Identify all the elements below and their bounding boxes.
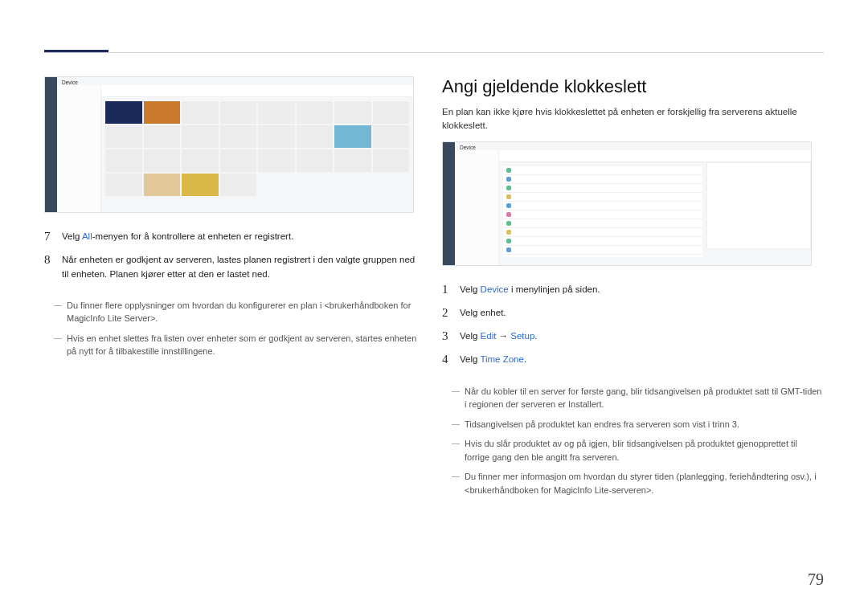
note-text: Hvis en enhet slettes fra listen over en… <box>67 332 418 358</box>
note-item: Hvis en enhet slettes fra listen over en… <box>44 329 418 362</box>
text-fragment: Velg <box>460 284 481 294</box>
screenshot-topbar <box>57 85 413 97</box>
step-4: 4 Velg Time Zone. <box>442 348 824 371</box>
section-intro: En plan kan ikke kjøre hvis klokkeslette… <box>442 105 824 133</box>
step-text: Når enheten er godkjent av serveren, las… <box>62 253 418 281</box>
arrow-icon: → <box>496 331 510 341</box>
text-fragment: Velg <box>460 331 481 341</box>
step-number: 2 <box>442 306 460 320</box>
screenshot-topbar <box>455 150 811 162</box>
step-7: 7 Velg All-menyen for å kontrollere at e… <box>44 225 418 248</box>
right-notes: Når du kobler til en server for første g… <box>442 382 824 501</box>
step-1: 1 Velg Device i menylinjen på siden. <box>442 278 824 301</box>
text-fragment: . <box>524 354 526 364</box>
right-steps: 1 Velg Device i menylinjen på siden. 2 V… <box>442 278 824 372</box>
text-fragment: i menylinjen på siden. <box>509 284 600 294</box>
note-text: Du finner mer informasjon om hvordan du … <box>465 470 824 497</box>
left-notes: Du finner flere opplysninger om hvordan … <box>44 296 418 362</box>
link-timezone: Time Zone <box>480 354 524 364</box>
screenshot-title: Device <box>62 80 78 85</box>
link-setup: Setup <box>510 331 534 341</box>
screenshot-body: Device <box>57 77 413 212</box>
text-fragment: -menyen for å kontrollere at enheten er … <box>92 231 294 241</box>
section-heading: Angi gjeldende klokkeslett <box>442 76 824 97</box>
step-2: 2 Velg enhet. <box>442 301 824 325</box>
note-text: Du finner flere opplysninger om hvordan … <box>67 299 418 325</box>
link-all: All <box>82 231 92 241</box>
note-item: Hvis du slår produktet av og på igjen, b… <box>442 434 824 467</box>
right-column: Angi gjeldende klokkeslett En plan kan i… <box>442 76 824 500</box>
step-8: 8 Når enheten er godkjent av serveren, l… <box>44 248 418 286</box>
step-text: Velg enhet. <box>460 306 506 320</box>
text-fragment: . <box>534 331 537 341</box>
step-text: Velg Edit → Setup. <box>460 329 538 343</box>
step-number: 3 <box>442 329 460 343</box>
screenshot-table <box>503 166 702 257</box>
note-item: Du finner mer informasjon om hvordan du … <box>442 467 824 500</box>
screenshot-panel <box>706 162 811 249</box>
screenshot-grid <box>105 101 409 204</box>
text-fragment: Velg <box>62 231 82 241</box>
page-number: 79 <box>808 570 824 589</box>
note-text: Tidsangivelsen på produktet kan endres f… <box>465 418 824 431</box>
note-item: Tidsangivelsen på produktet kan endres f… <box>442 415 824 435</box>
link-edit: Edit <box>481 331 497 341</box>
step-text: Velg Time Zone. <box>460 353 526 366</box>
note-text: Hvis du slår produktet av og på igjen, b… <box>465 437 824 464</box>
step-number: 1 <box>442 283 460 296</box>
note-item: Når du kobler til en server for første g… <box>442 382 824 415</box>
screenshot-sidebar <box>57 85 101 212</box>
text-fragment: Velg <box>460 354 480 364</box>
step-text: Velg Device i menylinjen på siden. <box>460 283 600 296</box>
link-device: Device <box>481 284 509 294</box>
note-text: Når du kobler til en server for første g… <box>465 385 824 411</box>
step-3: 3 Velg Edit → Setup. <box>442 325 824 348</box>
left-steps: 7 Velg All-menyen for å kontrollere at e… <box>44 225 418 286</box>
screenshot-iconrail <box>443 142 455 265</box>
screenshot-body: Device <box>455 142 811 265</box>
step-number: 8 <box>44 253 62 267</box>
screenshot-device-setup: Device <box>442 141 812 266</box>
header-rule <box>44 52 824 53</box>
screenshot-iconrail <box>45 77 57 212</box>
step-text: Velg All-menyen for å kontrollere at enh… <box>62 230 293 243</box>
step-number: 7 <box>44 230 62 243</box>
left-column: Device 7 Velg All-menyen for å kontrolle… <box>44 76 418 362</box>
screenshot-sidebar <box>455 150 499 265</box>
screenshot-title: Device <box>460 145 476 150</box>
step-number: 4 <box>442 353 460 366</box>
screenshot-device-grid: Device <box>44 76 414 213</box>
note-item: Du finner flere opplysninger om hvordan … <box>44 296 418 329</box>
